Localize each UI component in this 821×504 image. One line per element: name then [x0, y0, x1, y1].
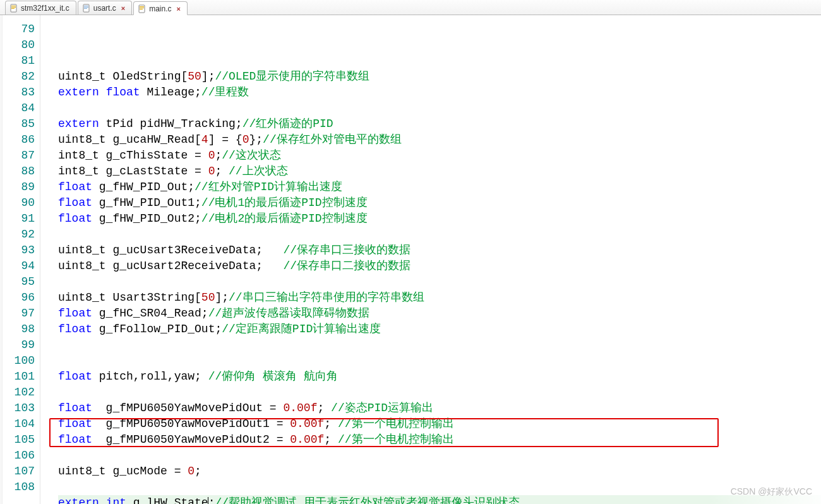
close-icon[interactable]: × — [177, 5, 181, 13]
tab-label: usart.c — [93, 4, 116, 13]
line-number: 99 — [3, 337, 35, 353]
code-line[interactable] — [58, 479, 821, 495]
line-number: 91 — [3, 211, 35, 227]
svg-rect-3 — [11, 8, 15, 9]
line-number: 97 — [3, 306, 35, 321]
file-icon — [138, 4, 147, 13]
line-number: 98 — [3, 321, 35, 337]
code-line[interactable]: uint8_t g_ucMode = 0; — [58, 464, 821, 479]
tab-label: main.c — [149, 4, 171, 13]
svg-rect-2 — [11, 7, 16, 8]
code-line[interactable] — [58, 227, 821, 243]
code-line[interactable]: uint8_t g_ucUsart3ReceiveData; //保存串口三接收… — [58, 243, 821, 258]
code-line[interactable]: float g_fMPU6050YawMovePidOut = 0.00f; /… — [58, 400, 821, 416]
line-number: 83 — [3, 85, 35, 100]
code-line[interactable]: float pitch,roll,yaw; //俯仰角 横滚角 航向角 — [58, 369, 821, 385]
line-number: 79 — [3, 21, 35, 37]
line-number: 82 — [3, 69, 35, 85]
code-line[interactable]: uint8_t g_ucUsart2ReceiveData; //保存串口二接收… — [58, 258, 821, 274]
line-number: 104 — [3, 416, 35, 432]
line-number: 88 — [3, 164, 35, 179]
tab-label: stm32f1xx_it.c — [21, 4, 69, 13]
code-line[interactable]: float g_fHW_PID_Out2;//电机2的最后循迹PID控制速度 — [58, 211, 821, 227]
line-number: 87 — [3, 148, 35, 164]
line-number: 94 — [3, 258, 35, 274]
svg-rect-5 — [84, 6, 88, 6]
line-number: 108 — [3, 479, 35, 495]
line-number: 100 — [3, 353, 35, 369]
line-number: 81 — [3, 53, 35, 69]
code-line[interactable]: float g_fMPU6050YawMovePidOut1 = 0.00f; … — [58, 416, 821, 432]
code-line[interactable]: extern float Mileage;//里程数 — [58, 85, 821, 100]
line-number: 105 — [3, 432, 35, 448]
svg-rect-9 — [140, 6, 144, 7]
code-line[interactable] — [58, 337, 821, 353]
code-editor[interactable]: 7980818283848586878889909192939495969798… — [0, 15, 821, 504]
code-line[interactable] — [58, 385, 821, 400]
line-number: 90 — [3, 195, 35, 211]
line-number-gutter: 7980818283848586878889909192939495969798… — [3, 15, 40, 504]
line-number: 101 — [3, 369, 35, 385]
line-number: 96 — [3, 290, 35, 306]
code-line[interactable]: extern tPid pidHW_Tracking;//红外循迹的PID — [58, 116, 821, 132]
code-line[interactable]: uint8_t g_ucaHW_Read[4] = {0};//保存红外对管电平… — [58, 132, 821, 148]
svg-rect-6 — [84, 7, 88, 8]
line-number: 93 — [3, 243, 35, 258]
file-tab-main-c[interactable]: main.c× — [133, 1, 188, 15]
line-number: 85 — [3, 116, 35, 132]
code-line[interactable]: int8_t g_cLastState = 0; //上次状态 — [58, 164, 821, 179]
line-number: 84 — [3, 100, 35, 116]
line-number: 103 — [3, 400, 35, 416]
line-number: 80 — [3, 37, 35, 53]
close-icon[interactable]: × — [121, 4, 125, 12]
code-line[interactable]: float g_fHW_PID_Out;//红外对管PID计算输出速度 — [58, 179, 821, 195]
line-number: 92 — [3, 227, 35, 243]
line-number: 107 — [3, 464, 35, 479]
code-line[interactable] — [58, 353, 821, 369]
file-tab-usart-c[interactable]: usart.c× — [78, 1, 132, 15]
code-line[interactable] — [58, 448, 821, 464]
line-number: 89 — [3, 179, 35, 195]
line-number: 86 — [3, 132, 35, 148]
code-line[interactable] — [58, 274, 821, 290]
file-icon — [82, 4, 91, 13]
line-number: 95 — [3, 274, 35, 290]
file-icon — [9, 4, 18, 13]
code-line[interactable]: int8_t g_cThisState = 0;//这次状态 — [58, 148, 821, 164]
svg-rect-11 — [140, 9, 143, 9]
line-number: 102 — [3, 385, 35, 400]
code-line[interactable]: float g_fFollow_PID_Out;//定距离跟随PID计算输出速度 — [58, 321, 821, 337]
file-tab-stm32f1xx_it-c[interactable]: stm32f1xx_it.c — [5, 1, 76, 15]
code-line[interactable]: float g_fHC_SR04_Read;//超声波传感器读取障碍物数据 — [58, 306, 821, 321]
code-line[interactable]: extern int g_lHW_State;//帮助视觉调试 用于表示红外对管… — [58, 495, 821, 504]
code-line[interactable]: uint8_t OledString[50];//OLED显示使用的字符串数组 — [58, 69, 821, 85]
svg-rect-1 — [11, 6, 16, 6]
code-line[interactable] — [58, 100, 821, 116]
code-line[interactable]: float g_fHW_PID_Out1;//电机1的最后循迹PID控制速度 — [58, 195, 821, 211]
code-area[interactable]: uint8_t OledString[50];//OLED显示使用的字符串数组e… — [40, 15, 821, 504]
line-number: 106 — [3, 448, 35, 464]
svg-rect-7 — [84, 8, 87, 9]
svg-rect-10 — [140, 8, 144, 8]
code-line[interactable]: uint8_t Usart3String[50];//串口三输出字符串使用的字符… — [58, 290, 821, 306]
code-line[interactable]: float g_fMPU6050YawMovePidOut2 = 0.00f; … — [58, 432, 821, 448]
tab-bar: stm32f1xx_it.cusart.c×main.c× — [0, 0, 821, 15]
